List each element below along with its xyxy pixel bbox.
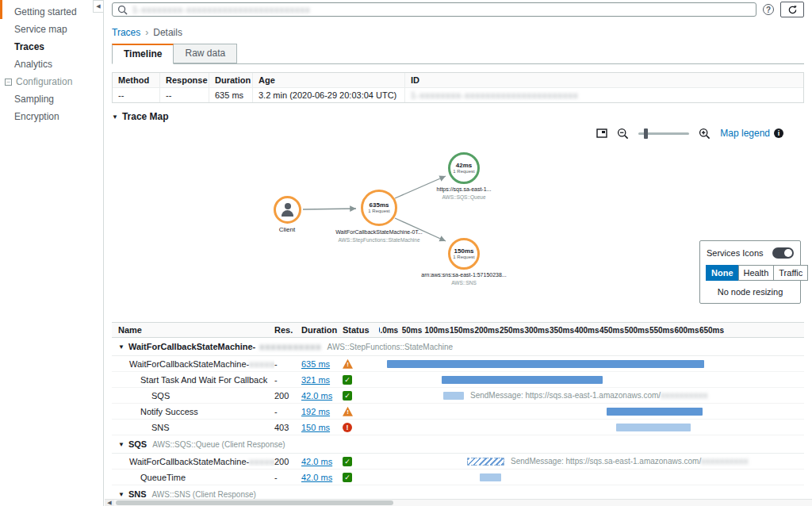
zoom-slider-handle[interactable]: [644, 128, 648, 139]
segment-duration-link[interactable]: 150 ms: [301, 423, 330, 432]
segment-duration-cell: 42.0 ms: [301, 457, 343, 466]
segment-name: Start Task And Wait For Callback: [112, 375, 274, 385]
timeline-group-header[interactable]: ▼SQSAWS::SQS::Queue (Client Response): [112, 435, 804, 454]
redacted-text: xxxxxxxxxxx: [249, 457, 274, 466]
breadcrumb-traces-link[interactable]: Traces: [112, 27, 140, 38]
segment-response-code: 403: [274, 423, 301, 432]
zoom-slider[interactable]: [638, 132, 689, 135]
client-label: Client: [279, 226, 295, 233]
segment-duration-link[interactable]: 192 ms: [301, 407, 330, 416]
sidebar-item-service-map[interactable]: Service map: [0, 21, 103, 38]
timeline-bar[interactable]: [387, 360, 704, 368]
trace-search-input[interactable]: 1-xxxxxxxx-xxxxxxxxxxxxxxxxxxxxxxxx: [112, 2, 756, 17]
trace-summary-table: MethodResponseDurationAgeID----635 ms3.2…: [112, 72, 804, 103]
segment-duration-link[interactable]: 635 ms: [301, 359, 330, 369]
collapse-group-icon[interactable]: ▼: [118, 491, 124, 498]
services-icons-toggle[interactable]: [772, 247, 794, 259]
timeline-row[interactable]: WaitForCallbackStateMachine-xxxxxxxxxxx-…: [112, 356, 804, 372]
scroll-left-icon[interactable]: ◀: [105, 500, 114, 506]
timeline-bar[interactable]: [442, 376, 602, 384]
map-node-sns-label: arn:aws:sns:sa-east-1:57150238... AWS::S…: [421, 271, 506, 286]
timeline-body: ▼WaitForCallbackStateMachine-xxxxxxxxxxx…: [112, 338, 804, 506]
sidebar-item-label: Analytics: [14, 59, 52, 70]
segment-status-cell: !: [343, 406, 379, 416]
timeline-bar[interactable]: [480, 473, 500, 481]
timeline-row[interactable]: QueueTime-42.0 ms✓: [112, 470, 804, 485]
segment-duration-link[interactable]: 321 ms: [301, 375, 330, 385]
map-node-client[interactable]: [274, 196, 301, 224]
scrollbar-thumb[interactable]: [116, 500, 393, 505]
info-icon: i: [774, 128, 783, 138]
timeline-tick-label: 150ms: [450, 326, 474, 335]
sidebar-item-encryption[interactable]: Encryption: [0, 108, 103, 125]
timeline-bar[interactable]: [467, 458, 504, 466]
timeline-row[interactable]: SNS403150 ms!: [112, 420, 804, 435]
fit-window-button[interactable]: [596, 128, 607, 138]
bar-annotation: SendMessage: https://sqs.sa-east-1.amazo…: [511, 457, 749, 466]
map-node-sns[interactable]: 150ms 1 Request: [448, 238, 480, 270]
timeline-row[interactable]: Start Task And Wait For Callback-321 ms✓: [112, 372, 804, 388]
segment-status-cell: ✓: [343, 374, 379, 385]
summary-header-duration: Duration: [209, 73, 253, 88]
sidebar-item-configuration[interactable]: –Configuration: [0, 73, 103, 90]
sidebar-collapse-button[interactable]: ◀: [93, 0, 104, 13]
map-controls: Map legend i: [112, 124, 804, 143]
collapse-group-icon[interactable]: ▼: [118, 441, 124, 448]
collapse-group-icon[interactable]: ▼: [118, 343, 124, 351]
segment-duration-cell: 192 ms: [301, 407, 343, 416]
search-query-redacted: 1-xxxxxxxx-xxxxxxxxxxxxxxxxxxxxxxxx: [132, 5, 310, 14]
sidebar-item-sampling[interactable]: Sampling: [0, 90, 103, 108]
status-ok-icon: ✓: [343, 473, 352, 482]
sidebar: Getting startedService mapTracesAnalytic…: [0, 0, 104, 506]
map-legend-link[interactable]: Map legend i: [720, 128, 783, 139]
timeline-row[interactable]: SQS20042.0 ms✓SendMessage: https://sqs.s…: [112, 388, 804, 404]
sidebar-item-traces[interactable]: Traces: [0, 38, 103, 56]
collapse-trace-map-icon[interactable]: ▼: [112, 113, 118, 121]
segment-duration-link[interactable]: 42.0 ms: [301, 457, 332, 466]
timeline-tick-label: 250ms: [500, 326, 524, 335]
timeline-ruler: 0.0ms50ms100ms150ms200ms250ms300ms350ms4…: [379, 323, 804, 337]
timeline-bar[interactable]: [616, 424, 691, 431]
map-node-state-machine[interactable]: 635ms 1 Request: [361, 190, 397, 226]
map-legend-label: Map legend: [720, 128, 770, 139]
map-node-sqs[interactable]: 42ms 1 Request: [448, 152, 480, 184]
mode-button-health[interactable]: Health: [738, 265, 775, 281]
segment-duration-cell: 42.0 ms: [301, 473, 343, 482]
breadcrumb-current: Details: [153, 27, 182, 38]
segment-duration-link[interactable]: 42.0 ms: [301, 473, 332, 482]
timeline-tick-label: 650ms: [699, 326, 724, 335]
group-type: AWS::SNS (Client Response): [152, 490, 256, 499]
segment-duration-cell: 42.0 ms: [301, 391, 343, 401]
timeline-bar[interactable]: [443, 392, 464, 400]
segment-duration-cell: 321 ms: [301, 375, 343, 385]
zoom-out-button[interactable]: [617, 128, 629, 140]
map-node-state-machine-label: WaitForCallbackStateMachine-0T... AWS::S…: [335, 228, 422, 243]
zoom-in-button[interactable]: [699, 128, 710, 140]
segment-duration-link[interactable]: 42.0 ms: [301, 391, 332, 401]
topbar: 1-xxxxxxxx-xxxxxxxxxxxxxxxxxxxxxxxx ?: [112, 2, 804, 17]
segments-timeline: Name Res. Duration Status 0.0ms50ms100ms…: [112, 322, 804, 506]
tab-raw-data[interactable]: Raw data: [174, 44, 237, 63]
tab-timeline[interactable]: Timeline: [112, 44, 174, 64]
refresh-button[interactable]: [780, 2, 804, 17]
mode-button-traffic[interactable]: Traffic: [773, 265, 808, 281]
sidebar-item-analytics[interactable]: Analytics: [0, 56, 103, 73]
mode-button-none[interactable]: None: [706, 265, 739, 281]
timeline-row[interactable]: Notify Success-192 ms!: [112, 404, 804, 420]
timeline-group-header[interactable]: ▼WaitForCallbackStateMachine-xxxxxxxxxxx…: [112, 338, 804, 356]
timeline-tick-label: 100ms: [424, 326, 449, 335]
group-name: ▼WaitForCallbackStateMachine-xxxxxxxxxxx: [112, 342, 322, 351]
timeline-bar[interactable]: [607, 408, 703, 416]
timeline-row[interactable]: WaitForCallbackStateMachine-xxxxxxxxxxx2…: [112, 454, 804, 470]
horizontal-scrollbar[interactable]: ◀: [105, 499, 812, 506]
node-latency: 635ms: [370, 201, 389, 209]
sidebar-item-getting-started[interactable]: Getting started: [0, 3, 103, 21]
timeline-chart-cell: SendMessage: https://sqs.sa-east-1.amazo…: [379, 454, 804, 469]
trace-map-section-header[interactable]: ▼ Trace Map: [112, 111, 804, 122]
help-icon[interactable]: ?: [763, 4, 774, 15]
segment-status-cell: ✓: [343, 472, 379, 482]
segment-response-code: -: [274, 359, 301, 369]
column-header-duration: Duration: [301, 325, 343, 335]
timeline-tick-label: 450ms: [599, 326, 624, 335]
timeline-chart-cell: [379, 372, 804, 387]
